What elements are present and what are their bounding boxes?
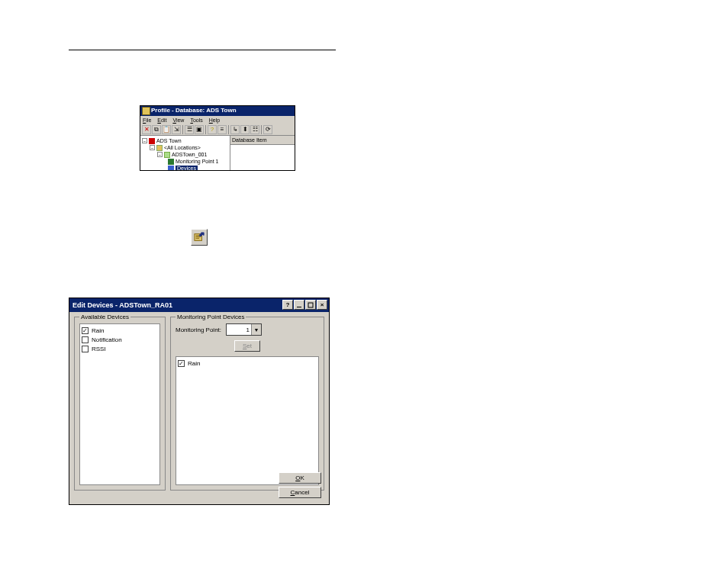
list-item[interactable]: Notification (82, 335, 158, 344)
tree-devices[interactable]: Devices (142, 165, 230, 171)
menu-view[interactable]: View (172, 117, 184, 123)
tree-mp-label: Monitoring Point 1 (176, 159, 218, 164)
available-devices-list[interactable]: ✓RainNotificationRSSI (79, 323, 160, 485)
tb-props-icon[interactable]: ☰ (185, 125, 194, 134)
menu-help[interactable]: Help (209, 117, 220, 123)
list-item[interactable]: ✓Rain (178, 359, 317, 368)
checkbox[interactable]: ✓ (178, 360, 185, 367)
ok-button[interactable]: OK (279, 472, 321, 484)
menu-file-label: ile (146, 117, 151, 123)
menu-edit[interactable]: Edit (157, 117, 166, 123)
list-item[interactable]: ✓Rain (82, 326, 158, 335)
tb-contents-icon[interactable]: ≡ (217, 125, 227, 134)
titlebar-close-button[interactable]: × (317, 300, 327, 310)
mp-value-input[interactable] (227, 324, 251, 335)
titlebar-controls: ? × (282, 300, 327, 310)
set-button[interactable]: Set (234, 340, 260, 352)
tb-delete-icon[interactable]: ✕ (142, 125, 151, 134)
tree-location[interactable]: − ADSTown_001 (142, 151, 230, 158)
toolbar-separator (261, 125, 262, 134)
svg-rect-3 (196, 238, 199, 239)
checkbox[interactable]: ✓ (82, 327, 89, 334)
tree-all-locations[interactable]: − <All Locations> (142, 144, 230, 151)
folder-icon (156, 145, 163, 151)
toolbar: ✕ ⧉ 📋 ⇲ ☰ ▣ ? ≡ ↳ ⬍ ☷ ⟳ (140, 124, 295, 136)
details-header: Database Item (230, 136, 295, 145)
dialog-title-text: Edit Devices - ADSTown_RA01 (72, 301, 172, 309)
tree-mp[interactable]: Monitoring Point 1 (142, 158, 230, 165)
svg-rect-2 (196, 236, 201, 237)
tb-list-icon[interactable]: ☷ (250, 125, 259, 134)
toolbar-separator (228, 125, 229, 134)
dialog-body: Available Devices ✓RainNotificationRSSI … (69, 312, 329, 491)
list-item[interactable]: RSSI (82, 344, 158, 353)
tb-devices-icon[interactable]: ▣ (195, 125, 204, 134)
checkbox[interactable] (82, 346, 89, 352)
profile-title-text: Profile - Database: ADS Town (151, 107, 237, 114)
tb-expand-icon[interactable]: ↳ (230, 125, 240, 134)
mp-devices-list[interactable]: ✓Rain (176, 356, 319, 485)
edit-devices-dialog: Edit Devices - ADSTown_RA01 ? × Availabl… (69, 298, 330, 505)
mp-combobox[interactable]: ▼ (226, 323, 262, 336)
horizontal-rule (69, 50, 336, 50)
mp-icon (168, 159, 174, 165)
tree-devices-label: Devices (176, 166, 198, 171)
dialog-titlebar: Edit Devices - ADSTown_RA01 ? × (69, 298, 329, 312)
list-item-label: Rain (188, 360, 200, 367)
menu-tools[interactable]: Tools (190, 117, 202, 123)
toolbar-separator (205, 125, 206, 134)
profile-titlebar: Profile - Database: ADS Town (140, 106, 295, 116)
tree-root-label: ADS Town (156, 138, 182, 143)
list-item-label: RSSI (92, 346, 106, 352)
svg-rect-4 (297, 307, 301, 307)
available-devices-group: Available Devices ✓RainNotificationRSSI (74, 317, 166, 491)
tb-sync-icon[interactable]: ⟳ (263, 125, 272, 134)
titlebar-min-button[interactable] (294, 300, 304, 310)
devices-icon (168, 166, 174, 172)
tree-root[interactable]: − ADS Town (142, 137, 230, 144)
collapse-icon[interactable]: − (150, 145, 155, 150)
available-legend: Available Devices (79, 314, 130, 320)
device-properties-button[interactable] (191, 229, 208, 246)
collapse-icon[interactable]: − (157, 152, 163, 157)
db-icon (149, 138, 155, 144)
profile-body: − ADS Town − <All Locations> − ADSTown_0… (140, 136, 295, 171)
tb-copy-icon[interactable]: ⧉ (152, 125, 161, 134)
tree-all-loc-label: <All Locations> (164, 145, 201, 150)
mp-legend: Monitoring Point Devices (176, 314, 246, 320)
list-item-label: Rain (92, 327, 104, 334)
menu-file[interactable]: File (143, 117, 151, 123)
svg-rect-5 (308, 303, 313, 307)
mp-devices-group: Monitoring Point Devices Monitoring Poin… (170, 317, 324, 491)
list-item-label: Notification (92, 336, 122, 343)
app-icon (142, 107, 150, 115)
tb-paste-icon[interactable]: 📋 (162, 125, 171, 134)
details-body (230, 145, 295, 171)
chevron-down-icon[interactable]: ▼ (251, 324, 261, 335)
cancel-button[interactable]: Cancel (279, 487, 321, 498)
device-properties-icon (194, 232, 205, 243)
toolbar-separator (182, 125, 183, 134)
monitor-icon (164, 152, 170, 158)
checkbox[interactable] (82, 336, 89, 343)
menu-bar: File Edit View Tools Help (140, 116, 295, 124)
tb-help-icon[interactable]: ? (208, 125, 217, 134)
tree-location-label: ADSTown_001 (172, 152, 207, 157)
titlebar-help-button[interactable]: ? (282, 300, 293, 310)
titlebar-max-button[interactable] (305, 300, 316, 310)
collapse-icon[interactable]: − (142, 138, 147, 143)
monitoring-point-row: Monitoring Point: ▼ (176, 323, 319, 336)
tree-pane[interactable]: − ADS Town − <All Locations> − ADSTown_0… (140, 136, 230, 171)
details-pane: Database Item (230, 136, 295, 171)
tb-import-icon[interactable]: ⇲ (172, 125, 181, 134)
tb-collapse-icon[interactable]: ⬍ (240, 125, 250, 134)
mp-label: Monitoring Point: (176, 327, 221, 333)
profile-window: Profile - Database: ADS Town File Edit V… (140, 105, 295, 171)
dialog-buttons: OK Cancel (279, 472, 321, 498)
